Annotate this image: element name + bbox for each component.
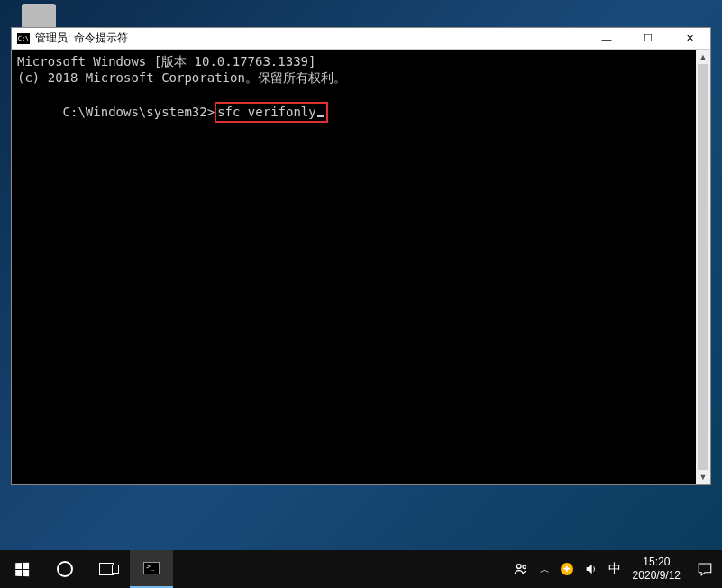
scroll-thumb[interactable] (698, 64, 708, 470)
prompt-path: C:\Windows\system32> (63, 105, 215, 119)
taskbar-app-cmd[interactable] (130, 550, 173, 588)
console-line: (c) 2018 Microsoft Corporation。保留所有权利。 (17, 69, 705, 86)
maximize-button[interactable]: ☐ (627, 28, 669, 49)
vertical-scrollbar[interactable]: ▲ ▼ (696, 50, 710, 484)
shield-icon: ✚ (561, 563, 573, 575)
window-controls: — ☐ ✕ (586, 28, 710, 49)
security-tray-icon[interactable]: ✚ (555, 550, 579, 588)
minimize-button[interactable]: — (586, 28, 627, 49)
recycle-bin-icon[interactable] (22, 4, 56, 29)
svg-point-0 (516, 565, 521, 569)
console-line: Microsoft Windows [版本 10.0.17763.1339] (17, 53, 705, 69)
cmd-icon: C:\ (17, 33, 30, 44)
tray-overflow-button[interactable]: ︿ (535, 550, 555, 588)
command-highlight: sfc verifonly (215, 102, 328, 123)
start-button[interactable] (0, 550, 43, 588)
titlebar[interactable]: C:\ 管理员: 命令提示符 — ☐ ✕ (12, 28, 710, 50)
console-prompt-line: C:\Windows\system32>sfc verifonly (17, 86, 705, 139)
taskbar: ︿ ✚ 中 15:20 2020/9/12 (0, 550, 722, 588)
window-title: 管理员: 命令提示符 (35, 31, 586, 46)
taskbar-left (0, 550, 173, 588)
system-tray: ︿ ✚ 中 15:20 2020/9/12 (507, 550, 722, 588)
clock-date: 2020/9/12 (633, 569, 681, 583)
scroll-track[interactable] (696, 64, 710, 470)
cortana-button[interactable] (43, 550, 87, 588)
cmd-window: C:\ 管理员: 命令提示符 — ☐ ✕ Microsoft Windows [… (11, 27, 711, 485)
ime-button[interactable]: 中 (604, 550, 626, 588)
task-view-button[interactable] (87, 550, 130, 588)
cmd-taskbar-icon (143, 562, 160, 574)
windows-logo-icon (15, 562, 29, 575)
action-center-button[interactable] (688, 550, 722, 588)
scroll-up-button[interactable]: ▲ (696, 50, 710, 64)
volume-button[interactable] (579, 550, 604, 588)
svg-point-1 (523, 565, 526, 569)
people-button[interactable] (507, 550, 535, 588)
clock-time: 15:20 (633, 556, 681, 569)
close-button[interactable]: ✕ (669, 28, 710, 49)
scroll-down-button[interactable]: ▼ (696, 470, 710, 484)
console-output[interactable]: Microsoft Windows [版本 10.0.17763.1339] (… (12, 50, 710, 484)
task-view-icon (99, 563, 117, 575)
clock-button[interactable]: 15:20 2020/9/12 (626, 556, 688, 583)
text-cursor (317, 115, 324, 117)
typed-command[interactable]: sfc verifonly (217, 105, 316, 119)
cortana-icon (57, 561, 73, 577)
